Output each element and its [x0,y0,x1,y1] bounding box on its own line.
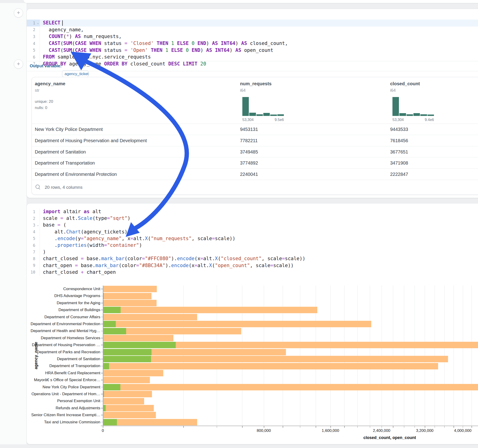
line-number: 9 [33,263,36,268]
line-number: 4 [33,41,36,46]
code-line[interactable]: 5⌄ .encode(y="agency_name", x=alt.X("num… [27,235,478,242]
cell-divider [27,71,478,71]
line-number: 6 [33,55,36,59]
line-number: 8 [33,256,36,261]
code-line[interactable]: 10⌄chart_closed + chart_open [27,269,478,276]
row-count-text: 20 rows, 4 columns [45,180,82,195]
code-line[interactable]: 4⌄ alt.Chart(agency_tickets) [27,229,478,235]
table-cell: 2222847 [390,169,408,180]
collapse-chevron-icon[interactable]: ⌄ [36,21,40,25]
code-line[interactable]: 7⌄GROUP BY agency_name ORDER BY closed_c… [27,61,478,68]
table-footer: 20 rows, 4 columns [32,180,478,195]
table-cell: 3774892 [240,157,258,169]
table-cell: Department of Sanitation [35,146,86,158]
histogram-range-labels: 53,3049.4e6 [392,118,434,122]
line-number: 7 [33,250,36,255]
column-type: str [35,88,65,93]
table-cell: Department of Transportation [35,157,95,169]
line-number: 1 [33,21,36,25]
table-cell: 7618456 [390,135,408,146]
histogram-bar [407,114,413,116]
histogram-bar [242,97,249,116]
dataframe-preview: agency_namestrunique: 20nulls: 0 num_req… [31,77,478,195]
table-cell: 7782211 [240,135,258,146]
histogram-range-labels: 53,3049.5e6 [242,118,284,122]
add-cell-button-output[interactable]: + [14,59,23,69]
histogram-bar [420,114,427,116]
notebook-page: + + Output variable: agency_tickets 1⌄SE… [0,0,478,448]
add-cell-button-top[interactable]: + [14,8,23,18]
table-row: New York City Police Department945313194… [32,124,478,135]
column-histogram [392,97,434,116]
code-line[interactable]: 2⌄ agency_name, [27,26,478,33]
table-cell: New York City Police Department [35,124,103,135]
column-type: i64 [240,88,272,93]
histogram-bar [392,97,399,116]
left-gutter [0,3,26,444]
code-line[interactable]: 8⌄chart_closed = base.mark_bar(color="#F… [27,255,478,262]
table-cell: Department of Housing Preservation and D… [35,135,147,146]
line-number: 5 [33,48,36,53]
table-row: Department of Sanitation37494853677651 [32,146,478,158]
table-cell: 9443533 [390,124,408,135]
histogram-bar [428,115,434,116]
line-number: 5 [33,236,36,241]
column-stat: nulls: 0 [35,106,65,110]
column-name: num_requests [240,81,272,87]
table-cell: 9453131 [240,124,258,135]
output-variable-pill[interactable]: agency_tickets [62,70,88,77]
histogram-bar [413,113,420,116]
text-cursor [62,20,63,26]
column-type: i64 [390,88,420,93]
line-number: 7 [33,62,36,66]
column-name: agency_name [35,81,65,87]
table-row: Department of Transportation377489234719… [32,157,478,169]
table-row: Department of Environmental Protection22… [32,168,478,180]
code-line[interactable]: 1⌄import altair as alt [27,208,478,215]
histogram-bar [277,114,284,116]
code-line[interactable]: 6⌄ .properties(width="container") [27,242,478,249]
table-cell: 2240041 [240,169,258,180]
code-line[interactable]: 3⌄base = ( [27,222,478,228]
table-row: Department of Housing Preservation and D… [32,135,478,146]
code-line[interactable]: 9⌄chart_open = base.mark_bar(color="#8BC… [27,262,478,269]
code-line[interactable]: 7⌄) [27,249,478,255]
code-line[interactable]: 1⌄SELECT [27,20,478,26]
python-cell[interactable]: 1⌄import altair as alt2⌄scale = alt.Scal… [26,203,478,444]
code-line[interactable]: 6⌄FROM sample_data.nyc.service_requests [27,54,478,61]
search-icon[interactable] [36,185,40,189]
histogram-bar [399,113,406,116]
column-header-num-requests[interactable]: num_requestsi64 [240,81,272,93]
line-number: 1 [33,210,36,214]
code-line[interactable]: 2⌄scale = alt.Scale(type="sqrt") [27,215,478,222]
line-number: 4 [33,230,36,234]
histogram-bar [249,113,256,116]
code-line[interactable]: 4⌄ CAST(SUM(CASE WHEN status = 'Closed' … [27,40,478,47]
line-number: 3 [33,34,36,39]
line-number: 2 [33,27,36,32]
column-header-closed-count[interactable]: closed_counti64 [390,81,420,93]
table-cell: 3749485 [240,146,258,158]
histogram-bar [263,113,270,116]
histogram-bar [270,115,277,116]
column-name: closed_count [390,81,420,87]
column-histogram [242,97,284,116]
line-number: 6 [33,243,36,248]
histogram-bar [256,114,263,116]
line-number: 3 [33,223,36,227]
previous-cell-remnant [24,0,478,3]
column-stat: unique: 20 [35,99,65,104]
collapse-chevron-icon[interactable]: ⌄ [36,224,40,227]
code-line[interactable]: 3⌄ COUNT(*) AS num_requests, [27,33,478,40]
table-cell: 3471908 [390,157,408,169]
line-number: 10 [31,270,36,274]
column-header-agency-name[interactable]: agency_namestrunique: 20nulls: 0 [35,81,65,110]
table-cell: 3677651 [390,146,408,158]
line-number: 2 [33,216,36,221]
table-cell: Department of Environmental Protection [35,169,117,180]
code-line[interactable]: 5⌄ CAST(SUM(CASE WHEN status = 'Open' TH… [27,47,478,54]
